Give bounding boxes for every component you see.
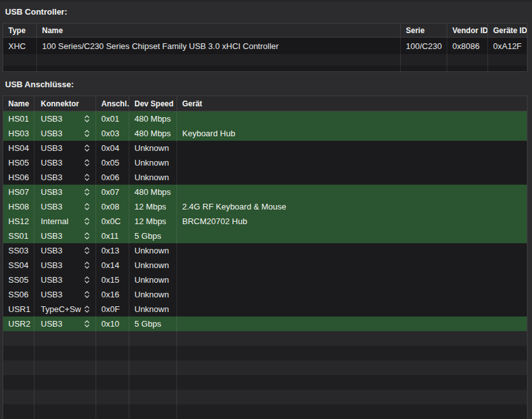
empty-cell	[488, 66, 527, 72]
chevron-up-down-icon	[84, 232, 90, 240]
port-address-cell: 0x08	[96, 199, 129, 214]
port-name-cell: SS05	[3, 273, 34, 287]
usb-port-row[interactable]: SS06USB30x16Unknown	[3, 287, 527, 302]
controller-column-header-name[interactable]: Name	[37, 24, 401, 37]
connector-value: USB3	[41, 202, 62, 211]
chevron-up-down-icon	[84, 159, 90, 167]
connector-dropdown[interactable]: USB3	[34, 229, 96, 243]
controller-column-header-vendor-id[interactable]: Vendor ID	[447, 24, 488, 37]
empty-cell	[96, 390, 129, 404]
connector-value: USB3	[41, 187, 62, 197]
ports-column-header-anschluss[interactable]: Anschl…	[96, 96, 129, 111]
usb-controller-row[interactable]: XHC100 Series/C230 Series Chipset Family…	[3, 38, 527, 54]
chevron-up-down-icon	[84, 305, 90, 313]
usb-port-row[interactable]: SS01USB30x115 Gbps	[3, 229, 527, 243]
empty-cell	[177, 331, 527, 346]
ports-column-header-geraet[interactable]: Gerät	[177, 96, 527, 111]
usb-port-row[interactable]: HS07USB30x07480 Mbps	[3, 185, 527, 199]
port-dev-speed-cell: Unknown	[129, 141, 177, 155]
port-address-cell: 0x10	[96, 316, 129, 331]
usb-controller-table-header: Type Name Serie Vendor ID Geräte ID	[3, 24, 527, 38]
chevron-up-down-icon	[84, 246, 90, 255]
empty-cell	[34, 404, 96, 419]
controller-serie-cell: 100/C230	[401, 38, 447, 54]
port-device-cell	[177, 273, 527, 287]
ports-column-header-dev-speed[interactable]: Dev Speed	[129, 96, 177, 111]
empty-cell	[177, 375, 527, 390]
usb-port-row[interactable]: HS01USB30x01480 Mbps	[3, 111, 527, 126]
usb-port-row[interactable]: HS06USB30x06Unknown	[3, 170, 527, 185]
usb-port-row[interactable]: HS04USB30x04Unknown	[3, 141, 527, 155]
ports-column-header-konnektor[interactable]: Konnektor	[34, 96, 96, 111]
connector-value: USB3	[41, 173, 62, 182]
port-name-cell: HS07	[3, 185, 34, 199]
connector-value: USB3	[41, 158, 62, 167]
port-name-cell: SS04	[3, 258, 34, 273]
controller-column-header-geraete-id[interactable]: Geräte ID	[488, 24, 527, 37]
connector-dropdown[interactable]: TypeC+Sw	[34, 302, 96, 316]
connector-dropdown[interactable]: USB3	[34, 141, 96, 155]
connector-dropdown[interactable]: USB3	[34, 185, 96, 199]
port-dev-speed-cell: 5 Gbps	[129, 229, 177, 243]
empty-row	[3, 54, 527, 66]
controller-name-cell: 100 Series/C230 Series Chipset Family US…	[37, 38, 401, 54]
port-address-cell: 0x15	[96, 273, 129, 287]
connector-value: USB3	[41, 290, 62, 299]
empty-cell	[447, 54, 488, 66]
empty-cell	[129, 331, 177, 346]
empty-row	[3, 346, 527, 360]
port-address-cell: 0x06	[96, 170, 129, 185]
connector-dropdown[interactable]: USB3	[34, 258, 96, 273]
usb-ports-table-header: Name Konnektor Anschl… Dev Speed Gerät	[3, 96, 527, 111]
controller-column-header-type[interactable]: Type	[3, 24, 37, 37]
port-device-cell	[177, 111, 527, 126]
ports-column-header-name[interactable]: Name	[3, 96, 34, 111]
connector-dropdown[interactable]: USB3	[34, 199, 96, 214]
usb-port-row[interactable]: SS04USB30x14Unknown	[3, 258, 527, 273]
empty-row	[3, 390, 527, 404]
port-dev-speed-cell: 480 Mbps	[129, 126, 177, 141]
port-device-cell	[177, 229, 527, 243]
port-device-cell	[177, 258, 527, 273]
port-device-cell: Keyboard Hub	[177, 126, 527, 141]
usb-port-row[interactable]: SS05USB30x15Unknown	[3, 273, 527, 287]
empty-cell	[34, 331, 96, 346]
port-device-cell	[177, 155, 527, 170]
port-name-cell: HS08	[3, 199, 34, 214]
usb-port-row[interactable]: HS08USB30x0812 Mbps2.4G RF Keyboard & Mo…	[3, 199, 527, 214]
empty-cell	[3, 66, 37, 72]
port-device-cell: BRCM20702 Hub	[177, 214, 527, 229]
connector-dropdown[interactable]: USB3	[34, 287, 96, 302]
usb-port-row[interactable]: SS03USB30x13Unknown	[3, 243, 527, 258]
empty-cell	[129, 346, 177, 360]
connector-dropdown[interactable]: USB3	[34, 155, 96, 170]
usb-port-row[interactable]: HS12Internal0x0C12 MbpsBRCM20702 Hub	[3, 214, 527, 229]
empty-cell	[96, 404, 129, 419]
port-dev-speed-cell: Unknown	[129, 273, 177, 287]
empty-cell	[96, 331, 129, 346]
usb-port-row[interactable]: USR1TypeC+Sw0x0FUnknown	[3, 302, 527, 316]
connector-dropdown[interactable]: USB3	[34, 316, 96, 331]
connector-dropdown[interactable]: USB3	[34, 243, 96, 258]
connector-dropdown[interactable]: USB3	[34, 126, 96, 141]
port-dev-speed-cell: Unknown	[129, 155, 177, 170]
usb-ports-table-body: HS01USB30x01480 MbpsHS03USB30x03480 Mbps…	[3, 111, 527, 419]
port-address-cell: 0x13	[96, 243, 129, 258]
usb-port-row[interactable]: HS05USB30x05Unknown	[3, 155, 527, 170]
empty-row	[3, 331, 527, 346]
usb-port-row[interactable]: USR2USB30x105 Gbps	[3, 316, 527, 331]
connector-value: USB3	[41, 319, 62, 329]
connector-value: Internal	[41, 217, 68, 226]
connector-dropdown[interactable]: USB3	[34, 170, 96, 185]
empty-cell	[177, 404, 527, 419]
connector-dropdown[interactable]: USB3	[34, 273, 96, 287]
empty-cell	[96, 360, 129, 375]
port-device-cell	[177, 243, 527, 258]
port-device-cell	[177, 316, 527, 331]
controller-column-header-serie[interactable]: Serie	[401, 24, 447, 37]
usb-port-row[interactable]: HS03USB30x03480 MbpsKeyboard Hub	[3, 126, 527, 141]
empty-cell	[96, 375, 129, 390]
connector-dropdown[interactable]: Internal	[34, 214, 96, 229]
connector-dropdown[interactable]: USB3	[34, 111, 96, 126]
empty-cell	[3, 375, 34, 390]
